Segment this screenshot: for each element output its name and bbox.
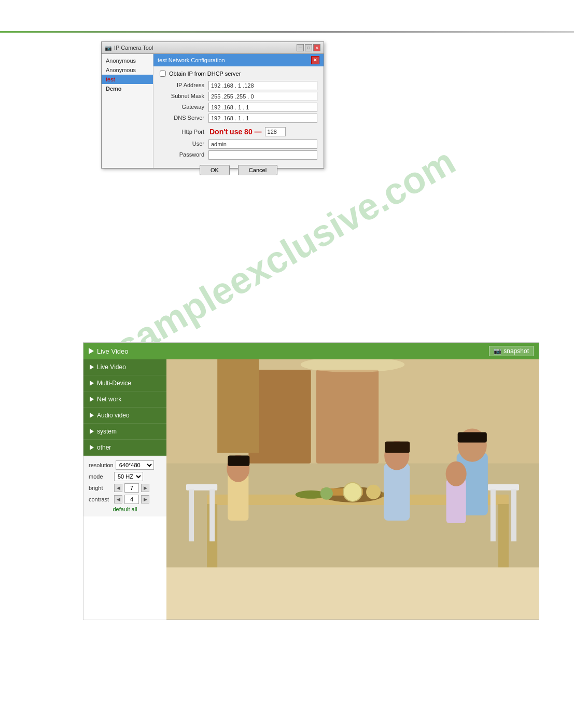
net-config-close-button[interactable]: ✕ — [311, 56, 319, 64]
svg-point-30 — [320, 487, 333, 500]
arrow-icon — [90, 365, 94, 370]
svg-rect-21 — [384, 464, 410, 521]
ip-tool-title: 📷 IP Camera Tool — [105, 45, 153, 51]
default-all-button[interactable]: default all — [89, 506, 161, 512]
net-config-title: test Network Configuration — [158, 57, 225, 63]
contrast-label: contrast — [89, 496, 112, 502]
camera-icon: 📷 — [105, 45, 112, 51]
gateway-input[interactable] — [208, 103, 317, 112]
bright-value[interactable] — [124, 483, 139, 493]
camera-ui: Live Video 📷 snapshot Live Video Multi-D… — [83, 342, 539, 620]
svg-point-31 — [366, 485, 381, 499]
sidebar-audio-video-label: Audio video — [97, 412, 130, 419]
video-feed — [166, 359, 539, 620]
close-button[interactable]: ✕ — [313, 44, 320, 51]
svg-rect-23 — [385, 442, 410, 453]
net-config-titlebar: test Network Configuration ✕ — [153, 54, 324, 66]
ip-tool-title-text: IP Camera Tool — [114, 45, 153, 51]
dhcp-checkbox[interactable] — [160, 71, 166, 77]
window-controls: ─ □ ✕ — [297, 44, 320, 51]
svg-rect-26 — [228, 456, 249, 466]
ip-tool-body: Anonymous Anonymous test Demo test Netwo… — [102, 54, 324, 168]
arrow-icon — [90, 429, 94, 434]
sidebar-item-other[interactable]: other — [83, 440, 166, 456]
resolution-select[interactable]: 640*480 320*240 1280*720 — [116, 460, 154, 470]
mode-label: mode — [89, 473, 112, 480]
sidebar-item-multi-device[interactable]: Multi-Device — [83, 375, 166, 391]
device-item-anonymous1[interactable]: Anonymous — [102, 56, 153, 65]
left-panel: Live Video Multi-Device Net work Audio v… — [83, 359, 166, 620]
sidebar-item-live-video[interactable]: Live Video — [83, 359, 166, 375]
ok-button[interactable]: OK — [200, 165, 230, 175]
controls-panel: resolution 640*480 320*240 1280*720 mode… — [83, 456, 166, 516]
dns-server-label: DNS Server — [160, 114, 206, 123]
subnet-mask-label: Subnet Mask — [160, 92, 206, 101]
bright-label: bright — [89, 485, 112, 491]
gateway-label: Gateway — [160, 103, 206, 112]
svg-point-28 — [446, 461, 467, 486]
sidebar-item-network[interactable]: Net work — [83, 391, 166, 408]
mode-row: mode 50 HZ 60 HZ — [89, 472, 161, 481]
dont-use-text: Don't use 80 — — [209, 128, 262, 136]
watermark-area: sampleexclusive.com — [181, 176, 389, 332]
sidebar-multi-device-label: Multi-Device — [97, 380, 131, 387]
port-input[interactable] — [265, 127, 286, 136]
ip-address-input[interactable] — [208, 81, 317, 90]
camera-main: Live Video Multi-Device Net work Audio v… — [83, 359, 539, 620]
contrast-value[interactable] — [124, 495, 139, 504]
svg-rect-12 — [491, 489, 496, 541]
arrow-icon — [90, 381, 94, 386]
live-video-text: Live Video — [97, 347, 128, 355]
contrast-decrease-button[interactable]: ◀ — [114, 495, 122, 503]
camera-header: Live Video 📷 snapshot — [83, 343, 539, 359]
http-port-label: Http Port — [160, 129, 206, 135]
svg-rect-13 — [511, 489, 516, 541]
svg-rect-32 — [166, 567, 539, 619]
arrow-icon — [90, 445, 94, 450]
sidebar-system-label: system — [97, 428, 117, 435]
ip-tool-titlebar: 📷 IP Camera Tool ─ □ ✕ — [102, 42, 324, 54]
device-item-test[interactable]: test — [102, 75, 153, 84]
user-pass-fields: User Password — [160, 139, 317, 160]
svg-rect-9 — [189, 489, 194, 541]
dhcp-label: Obtain IP from DHCP server — [169, 71, 241, 77]
arrow-icon — [90, 413, 94, 418]
sidebar: Live Video Multi-Device Net work Audio v… — [83, 359, 166, 456]
ip-camera-tool-window: 📷 IP Camera Tool ─ □ ✕ Anonymous Anonymo… — [101, 41, 324, 169]
password-input[interactable] — [208, 150, 317, 160]
device-item-demo[interactable]: Demo — [102, 84, 153, 93]
contrast-increase-button[interactable]: ▶ — [141, 495, 149, 503]
minimize-button[interactable]: ─ — [297, 44, 304, 51]
user-input[interactable] — [208, 139, 317, 149]
password-label: Password — [160, 150, 206, 160]
ip-address-label: IP Address — [160, 81, 206, 90]
svg-rect-3 — [316, 370, 379, 464]
bright-increase-button[interactable]: ▶ — [141, 484, 149, 492]
svg-rect-10 — [209, 489, 215, 541]
play-icon — [89, 348, 94, 354]
device-list: Anonymous Anonymous test Demo — [102, 54, 153, 168]
dns-server-input[interactable] — [208, 114, 317, 123]
mode-select[interactable]: 50 HZ 60 HZ — [114, 472, 143, 481]
sidebar-item-system[interactable]: system — [83, 424, 166, 440]
net-config-dialog: test Network Configuration ✕ Obtain IP f… — [153, 54, 324, 168]
snapshot-button[interactable]: 📷 snapshot — [489, 346, 534, 356]
dhcp-row: Obtain IP from DHCP server — [160, 71, 317, 77]
device-item-anonymous2[interactable]: Anonymous — [102, 65, 153, 75]
http-port-row: Http Port Don't use 80 — — [160, 127, 317, 136]
net-buttons: OK Cancel — [160, 165, 317, 175]
sidebar-other-label: other — [97, 444, 111, 451]
sidebar-item-audio-video[interactable]: Audio video — [83, 408, 166, 424]
snapshot-label: snapshot — [503, 347, 529, 355]
cancel-button[interactable]: Cancel — [238, 165, 277, 175]
bright-decrease-button[interactable]: ◀ — [114, 484, 122, 492]
sidebar-network-label: Net work — [97, 396, 121, 403]
subnet-mask-input[interactable] — [208, 92, 317, 101]
camera-snapshot-icon: 📷 — [494, 347, 501, 355]
video-area — [166, 359, 539, 620]
bright-row: bright ◀ ▶ — [89, 483, 161, 493]
user-label: User — [160, 139, 206, 149]
arrow-icon — [90, 397, 94, 402]
maximize-button[interactable]: □ — [305, 44, 312, 51]
top-rule — [0, 31, 574, 33]
